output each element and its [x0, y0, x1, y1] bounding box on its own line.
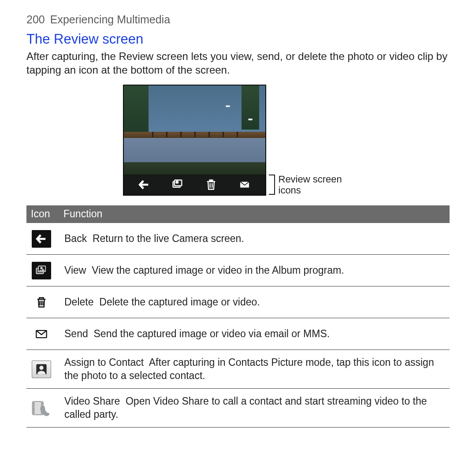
row-function: Back Return to the live Camera screen. [64, 232, 447, 245]
view-icon[interactable] [171, 178, 184, 191]
table-row: Assign to Contact After capturing in Con… [26, 350, 450, 389]
svg-rect-15 [33, 407, 34, 409]
svg-point-2 [176, 181, 178, 183]
assign-contact-icon [32, 361, 51, 378]
row-function: Delete Delete the captured image or vide… [64, 296, 447, 309]
table-row: View View the captured image or video in… [26, 255, 450, 286]
delete-icon[interactable] [205, 178, 217, 191]
row-function: Assign to Contact After capturing in Con… [64, 356, 447, 382]
th-icon: Icon [31, 208, 63, 220]
function-desc: View the captured image or video in the … [92, 264, 344, 276]
back-icon[interactable] [138, 178, 150, 191]
svg-rect-14 [33, 405, 34, 406]
function-name: Video Share [64, 395, 120, 407]
icon-function-table: Icon Function Back Return to the live Ca… [26, 205, 450, 428]
function-name: View [64, 264, 86, 276]
review-icon-bar [124, 175, 265, 195]
function-desc: Delete the captured image or video. [99, 296, 260, 308]
table-row: Video Share Open Video Share to call a c… [26, 389, 450, 428]
callout-bracket [269, 175, 275, 195]
tree [242, 86, 259, 129]
tree [124, 86, 149, 138]
video-share-icon [32, 399, 51, 417]
table-row: Delete Delete the captured image or vide… [26, 286, 450, 318]
figure-row: Review screen icons [26, 85, 450, 196]
callout-label: Review screen icons [279, 174, 353, 196]
view-icon [32, 262, 51, 279]
delete-icon [32, 294, 51, 311]
svg-rect-17 [33, 412, 34, 413]
send-icon[interactable] [238, 178, 251, 191]
table-row: Back Return to the live Camera screen. [26, 223, 450, 255]
function-name: Delete [64, 296, 93, 308]
table-row: Send Send the captured image or video vi… [26, 318, 450, 350]
manual-page: 200Experiencing Multimedia The Review sc… [0, 0, 476, 476]
figure-callout: Review screen icons [269, 174, 353, 196]
page-number: 200 [26, 13, 45, 26]
svg-rect-16 [33, 410, 34, 411]
table-header: Icon Function [26, 205, 450, 223]
function-name: Send [64, 328, 88, 339]
svg-rect-13 [33, 402, 34, 404]
svg-point-6 [40, 267, 42, 269]
function-desc: Return to the live Camera screen. [93, 233, 244, 244]
function-name: Back [64, 233, 87, 244]
chapter-title: Experiencing Multimedia [50, 13, 170, 26]
back-icon [32, 230, 51, 248]
section-title: The Review screen [26, 31, 450, 47]
row-function: Send Send the captured image or video vi… [64, 327, 447, 340]
send-icon [32, 325, 51, 343]
running-header: 200Experiencing Multimedia [26, 13, 450, 26]
figure: Review screen icons [123, 85, 353, 196]
row-function: View View the captured image or video in… [64, 264, 447, 277]
shore [124, 162, 265, 175]
svg-point-9 [39, 366, 43, 370]
function-desc: Send the captured image or video via ema… [94, 328, 330, 339]
svg-rect-18 [41, 402, 43, 404]
review-screenshot [123, 85, 266, 196]
function-name: Assign to Contact [64, 357, 144, 368]
th-function: Function [63, 208, 445, 220]
row-function: Video Share Open Video Share to call a c… [64, 395, 447, 421]
section-body: After capturing, the Review screen lets … [26, 50, 450, 77]
